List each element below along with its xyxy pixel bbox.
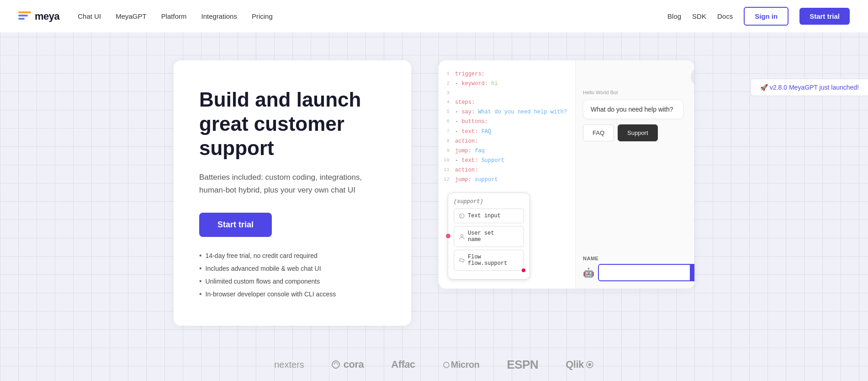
nav-integrations[interactable]: Integrations — [201, 12, 237, 20]
flow-end-dot — [522, 268, 525, 272]
flow-item-flow: Flowflow.support — [454, 250, 524, 271]
name-input-wrapper: ► — [598, 264, 694, 281]
demo-card: 1triggers: 2 - keyword: hi 3 4steps: 5 -… — [439, 60, 694, 289]
main-content: Build and launch great customer support … — [114, 33, 754, 344]
hero-subtitle: Batteries included: custom coding, integ… — [199, 171, 386, 196]
svg-point-2 — [461, 234, 463, 236]
nav-meyagpt[interactable]: MeyaGPT — [116, 12, 147, 20]
name-input-row: 🤖 ► — [583, 264, 694, 281]
brands-section: nexters cora Affac Micron ESPN Qlik — [0, 344, 868, 381]
signin-button[interactable]: Sign in — [744, 7, 789, 26]
nav-sdk[interactable]: SDK — [692, 12, 706, 20]
name-send-button[interactable]: ► — [690, 265, 694, 280]
feature-item: Unlimited custom flows and components — [199, 277, 386, 285]
brand-espn: ESPN — [507, 358, 538, 372]
flow-item-text-input: T Text input — [454, 209, 524, 223]
name-input-field[interactable] — [599, 265, 690, 280]
chat-buttons-row: FAQ Support — [583, 124, 694, 141]
svg-point-6 — [588, 363, 591, 366]
svg-point-4 — [444, 362, 449, 368]
brand-qlik: Qlik — [566, 359, 594, 370]
name-input-section: NAME 🤖 ► — [583, 256, 694, 281]
feature-item: 14-day free trial, no credit card requir… — [199, 252, 386, 260]
brand-nexters: nexters — [274, 360, 304, 370]
user-hi-bubble: Hi — [691, 68, 694, 86]
nav-links: Chat UI MeyaGPT Platform Integrations Pr… — [78, 12, 667, 20]
robot-icon: 🤖 — [583, 267, 594, 278]
nav-right: Blog SDK Docs Sign in Start trial — [667, 7, 850, 26]
feature-item: In-browser developer console with CLI ac… — [199, 290, 386, 298]
svg-text:T: T — [460, 215, 462, 218]
support-button[interactable]: Support — [618, 124, 658, 141]
start-trial-nav-button[interactable]: Start trial — [799, 8, 850, 25]
flow-item-user-set: User setname — [454, 226, 524, 247]
flow-overlay: (support) T Text input User setn — [448, 193, 530, 279]
announcement-banner[interactable]: 🚀 v2.8.0 MeyaGPT just launched! — [751, 79, 868, 96]
brand-cora: cora — [332, 359, 364, 370]
code-editor: 1triggers: 2 - keyword: hi 3 4steps: 5 -… — [439, 60, 576, 289]
features-list: 14-day free trial, no credit card requir… — [199, 252, 386, 298]
name-label: NAME — [583, 256, 694, 261]
nav-platform[interactable]: Platform — [161, 12, 187, 20]
nav-blog[interactable]: Blog — [667, 12, 681, 20]
bot-name: Hello World Bot — [583, 90, 694, 95]
nav-docs[interactable]: Docs — [717, 12, 733, 20]
brand-affac: Affac — [391, 359, 415, 370]
faq-button[interactable]: FAQ — [583, 124, 614, 141]
nav-pricing[interactable]: Pricing — [252, 12, 273, 20]
hero-title: Build and launch great customer support — [199, 88, 386, 160]
feature-item: Includes advanced mobile & web chat UI — [199, 264, 386, 273]
logo-text: meya — [35, 11, 59, 22]
nav-chat-ui[interactable]: Chat UI — [78, 12, 101, 20]
flow-connector-dot — [446, 234, 450, 238]
navbar: meya Chat UI MeyaGPT Platform Integratio… — [0, 0, 868, 33]
hero-card: Build and launch great customer support … — [174, 60, 411, 326]
chat-pane: Hi Hello World Bot What do you need help… — [576, 60, 694, 289]
brand-micron: Micron — [443, 360, 480, 370]
svg-point-3 — [332, 361, 339, 368]
flow-node-title: (support) — [454, 199, 524, 205]
logo-icon — [18, 11, 31, 21]
bot-message-bubble: What do you need help with? — [583, 100, 683, 119]
start-trial-button[interactable]: Start trial — [199, 213, 272, 237]
logo: meya — [18, 11, 59, 22]
